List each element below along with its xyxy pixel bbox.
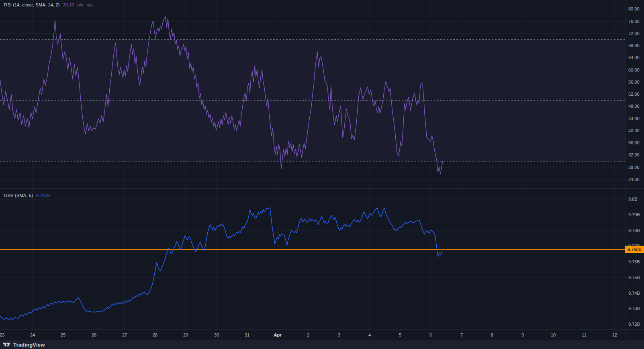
time-axis-label-31: 31 bbox=[245, 333, 249, 337]
time-axis-label-12: 12 bbox=[612, 333, 617, 337]
rsi-axis-tick: 80.00 bbox=[628, 6, 640, 11]
time-axis-label-23: 23 bbox=[0, 333, 4, 337]
time-axis-label-25: 25 bbox=[61, 333, 65, 337]
chart-canvas[interactable]: 80.0076.0072.0068.0064.0060.0056.0052.00… bbox=[0, 0, 644, 340]
rsi-axis-tick: 40.00 bbox=[628, 128, 640, 133]
time-axis-label-24: 24 bbox=[30, 333, 35, 337]
rsi-na-value-2: n/a bbox=[87, 2, 93, 8]
rsi-axis-tick: 48.00 bbox=[628, 104, 640, 109]
time-axis-label-29: 29 bbox=[183, 333, 188, 337]
rsi-indicator-label[interactable]: RSI (14, close, SMA, 14, 2) 30.10 n/a n/… bbox=[4, 2, 93, 8]
time-axis-label-7: 7 bbox=[460, 333, 463, 337]
rsi-axis-tick: 56.00 bbox=[628, 80, 640, 84]
rsi-axis-tick: 32.00 bbox=[628, 152, 640, 157]
obv-indicator-value: 9.767B bbox=[36, 193, 50, 198]
rsi-na-value-1: n/a bbox=[77, 2, 83, 8]
time-axis-label-27: 27 bbox=[122, 333, 127, 337]
time-axis-label-26: 26 bbox=[92, 333, 96, 337]
obv-axis-tick: 9.78B bbox=[628, 228, 640, 233]
obv-axis-tick: 9.79B bbox=[628, 212, 640, 217]
obv-indicator-label[interactable]: OBV (SMA, 5) 9.767B bbox=[4, 193, 50, 198]
rsi-axis-tick: 68.00 bbox=[628, 43, 640, 48]
tradingview-chart-window: 80.0076.0072.0068.0064.0060.0056.0052.00… bbox=[0, 0, 644, 349]
rsi-axis-tick: 60.00 bbox=[628, 68, 640, 72]
obv-axis-tick: 9.8B bbox=[628, 197, 638, 201]
bottom-toolbar: TradingView bbox=[0, 340, 644, 349]
time-axis-label-11: 11 bbox=[582, 333, 586, 337]
obv-axis-tick: 9.76B bbox=[628, 259, 640, 264]
time-axis-label-10: 10 bbox=[551, 333, 556, 337]
time-axis-label-8: 8 bbox=[491, 333, 493, 337]
rsi-axis-tick: 64.00 bbox=[628, 55, 640, 60]
obv-axis-tick: 9.72B bbox=[628, 322, 640, 326]
rsi-axis-tick: 24.00 bbox=[628, 177, 640, 182]
rsi-indicator-value: 30.10 bbox=[63, 2, 74, 8]
time-axis-label-3: 3 bbox=[338, 333, 340, 337]
rsi-axis-tick: 44.00 bbox=[628, 116, 640, 121]
time-axis-label-5: 5 bbox=[399, 333, 401, 337]
obv-indicator-title: OBV (SMA, 5) bbox=[4, 193, 33, 198]
time-axis-label-28: 28 bbox=[153, 333, 157, 337]
rsi-axis-tick: 76.00 bbox=[628, 19, 640, 24]
chart-plot-area[interactable]: 80.0076.0072.0068.0064.0060.0056.0052.00… bbox=[0, 0, 644, 340]
rsi-axis-tick: 36.00 bbox=[628, 140, 640, 145]
tradingview-brand-text[interactable]: TradingView bbox=[13, 342, 45, 348]
rsi-axis-tick: 28.00 bbox=[628, 165, 640, 170]
time-axis-label-4: 4 bbox=[368, 333, 371, 337]
time-axis-label-9: 9 bbox=[521, 333, 524, 337]
rsi-indicator-title: RSI (14, close, SMA, 14, 2) bbox=[4, 2, 60, 8]
time-axis-label-30: 30 bbox=[214, 333, 219, 337]
time-axis-label-Apr: Apr bbox=[274, 333, 282, 337]
time-axis-label-6: 6 bbox=[429, 333, 432, 337]
obv-axis-tick: 9.73B bbox=[628, 306, 640, 311]
rsi-axis-tick: 72.00 bbox=[628, 31, 640, 36]
obv-price-line-label-text: 9.768B bbox=[628, 247, 642, 252]
tradingview-logo-icon[interactable] bbox=[3, 342, 11, 347]
time-axis-label-2: 2 bbox=[307, 333, 309, 337]
obv-axis-tick: 9.74B bbox=[628, 291, 640, 296]
rsi-axis-tick: 52.00 bbox=[628, 92, 640, 96]
obv-axis-tick: 9.75B bbox=[628, 275, 640, 280]
